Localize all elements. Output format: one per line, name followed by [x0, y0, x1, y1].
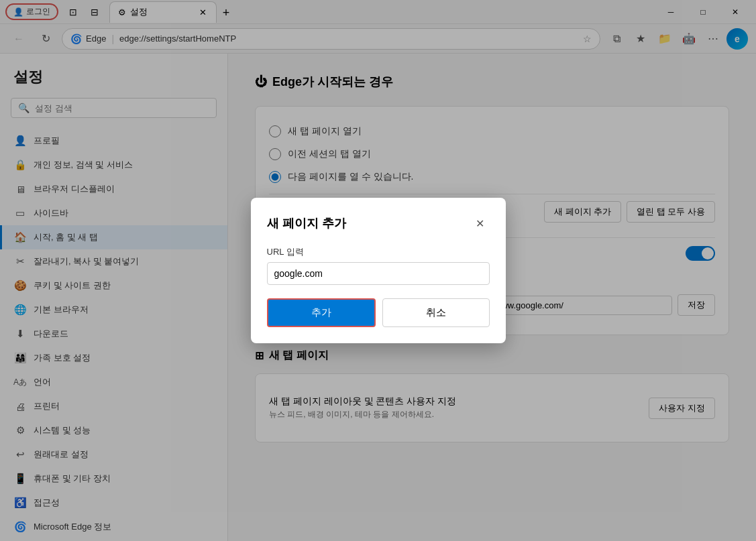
dialog-close-button[interactable]: ✕	[471, 214, 490, 233]
dialog-buttons: 추가 취소	[267, 298, 490, 327]
dialog-header: 새 페이지 추가 ✕	[267, 214, 490, 233]
cancel-button[interactable]: 취소	[382, 298, 490, 327]
dialog-overlay: 새 페이지 추가 ✕ URL 입력 추가 취소	[0, 0, 756, 541]
dialog-title: 새 페이지 추가	[267, 215, 346, 231]
add-page-dialog: 새 페이지 추가 ✕ URL 입력 추가 취소	[251, 198, 506, 343]
add-button[interactable]: 추가	[267, 298, 376, 327]
url-input-field[interactable]	[267, 262, 490, 285]
url-label: URL 입력	[267, 246, 490, 258]
